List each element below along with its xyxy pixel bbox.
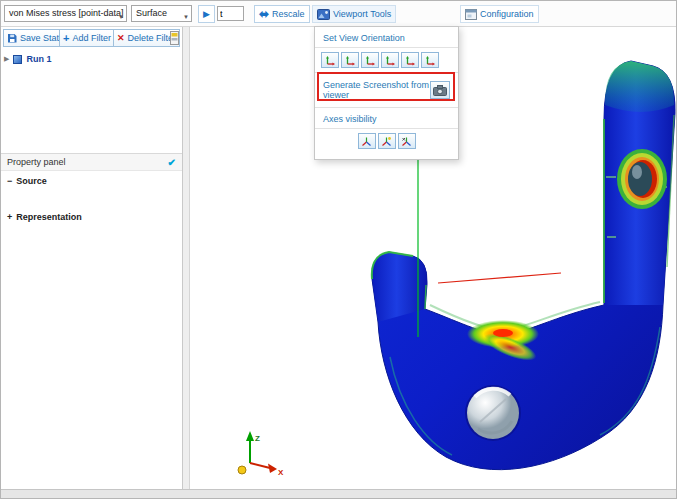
- save-state-label: Save State: [20, 33, 64, 43]
- left-sidebar: Save State + Add Filter ✕ Delete Filter …: [1, 27, 183, 489]
- axis-z-label: Z: [255, 434, 260, 443]
- screenshot-camera-button[interactable]: [430, 81, 450, 99]
- axis-icon: [405, 55, 416, 66]
- view-minus-z-button[interactable]: [421, 52, 439, 68]
- viewport-tools-button[interactable]: Viewport Tools: [312, 5, 396, 23]
- rescale-button[interactable]: ⬌ Rescale: [254, 5, 310, 23]
- camera-icon: [433, 85, 447, 96]
- view-minus-y-button[interactable]: [381, 52, 399, 68]
- axes-triad: Z X: [238, 431, 284, 477]
- field-select[interactable]: von Mises stress [point-data] ▼: [4, 5, 127, 22]
- generate-screenshot-label: Generate Screenshot from viewer: [323, 80, 430, 100]
- delete-x-icon: ✕: [117, 34, 125, 43]
- property-panel-header[interactable]: Property panel ✔: [1, 153, 182, 171]
- axis-icon: [425, 55, 436, 66]
- source-section-header[interactable]: − Source: [7, 176, 47, 186]
- representation-section-label: Representation: [16, 212, 82, 222]
- axes-labels-toggle-button[interactable]: [398, 133, 416, 149]
- application-window: von Mises stress [point-data] ▼ Surface …: [0, 0, 677, 499]
- rescale-arrows-icon: ⬌: [259, 8, 269, 20]
- add-filter-label: Add Filter: [72, 33, 111, 43]
- expand-plus-icon: +: [7, 212, 12, 222]
- collapse-minus-icon: −: [7, 176, 12, 186]
- axis-y-sphere: [238, 466, 246, 474]
- dropdown-arrow-icon: ▼: [118, 10, 124, 22]
- axes-visibility-row: [315, 129, 458, 153]
- play-icon: ▶: [203, 10, 210, 19]
- top-toolbar: von Mises stress [point-data] ▼ Surface …: [1, 1, 676, 27]
- triad-icon: [361, 136, 372, 147]
- rescale-label: Rescale: [272, 9, 305, 19]
- horizontal-scrollbar[interactable]: [1, 489, 676, 498]
- add-filter-button[interactable]: + Add Filter: [59, 29, 115, 47]
- base-hole: [465, 385, 521, 441]
- tree-expander-icon: ▶: [4, 55, 9, 63]
- dropdown-arrow-icon: ▼: [183, 10, 189, 22]
- time-step-input[interactable]: [217, 6, 244, 21]
- axes-triad-toggle-button[interactable]: [358, 133, 376, 149]
- triad-icon: [401, 136, 412, 147]
- tree-item-run1[interactable]: ▶ Run 1: [4, 51, 179, 67]
- run-label: Run 1: [26, 54, 51, 64]
- configuration-icon: [465, 9, 477, 20]
- axis-icon: [385, 55, 396, 66]
- axis-icon: [365, 55, 376, 66]
- configuration-label: Configuration: [480, 9, 534, 19]
- set-view-orientation-label: Set View Orientation: [315, 27, 458, 47]
- viewport-tools-label: Viewport Tools: [333, 9, 391, 19]
- source-section-label: Source: [16, 176, 47, 186]
- view-plus-z-button[interactable]: [401, 52, 419, 68]
- vertical-scrollbar[interactable]: [183, 27, 190, 489]
- axis-x-label: X: [278, 468, 284, 477]
- plus-icon: +: [63, 33, 69, 44]
- field-select-value: von Mises stress [point-data]: [9, 8, 124, 18]
- run-cube-icon: [13, 55, 22, 64]
- representation-select-value: Surface: [136, 8, 167, 18]
- view-minus-x-button[interactable]: [341, 52, 359, 68]
- viewport-tools-panel: Set View Orientation Generate Screenshot…: [314, 26, 459, 160]
- view-orientation-row: [315, 48, 458, 72]
- configuration-button[interactable]: Configuration: [460, 5, 539, 23]
- arm-hole: [617, 149, 667, 209]
- axis-icon: [325, 55, 336, 66]
- check-icon: ✔: [168, 157, 176, 168]
- generate-screenshot-row: Generate Screenshot from viewer: [315, 73, 458, 107]
- view-plus-x-button[interactable]: [321, 52, 339, 68]
- play-button[interactable]: ▶: [198, 5, 215, 23]
- representation-section-header[interactable]: + Representation: [7, 212, 82, 222]
- representation-select[interactable]: Surface ▼: [131, 5, 192, 22]
- property-panel-label: Property panel: [7, 157, 66, 167]
- delete-filter-label: Delete Filter: [128, 33, 177, 43]
- axis-icon: [345, 55, 356, 66]
- probe-line-horizontal: [438, 273, 561, 283]
- view-plus-y-button[interactable]: [361, 52, 379, 68]
- viewport-tools-icon: [317, 9, 330, 20]
- color-legend-icon[interactable]: [170, 31, 179, 45]
- axes-visibility-label: Axes visibility: [315, 108, 458, 128]
- triad-icon: [381, 136, 392, 147]
- axes-grid-toggle-button[interactable]: [378, 133, 396, 149]
- save-icon: [7, 33, 17, 43]
